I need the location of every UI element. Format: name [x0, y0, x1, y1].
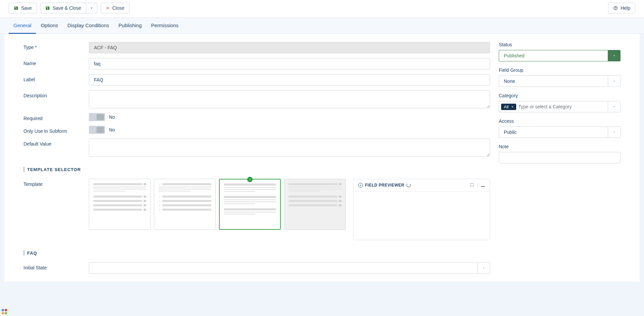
section-template-selector: TEMPLATE SELECTOR [23, 167, 490, 172]
initial-state-select[interactable] [89, 262, 477, 274]
section-faq: FAQ [23, 250, 490, 256]
minimize-icon[interactable] [481, 182, 485, 188]
save-icon [45, 6, 50, 10]
access-select[interactable]: Public [499, 126, 621, 138]
close-label: Close [112, 5, 124, 11]
label-input[interactable] [89, 74, 490, 86]
field-previewer: i FIELD PREVIEWER [353, 179, 490, 240]
previewer-title: FIELD PREVIEWER [365, 183, 405, 188]
access-caret[interactable] [608, 126, 621, 138]
expand-icon[interactable] [470, 182, 474, 188]
note-label: Note [499, 144, 621, 149]
name-label: Name [23, 58, 89, 66]
tab-options[interactable]: Options [36, 18, 63, 34]
close-button[interactable]: Close [101, 3, 129, 13]
tab-publishing[interactable]: Publishing [114, 18, 146, 34]
label-label: Label [23, 74, 89, 82]
tabs: General Options Display Conditions Publi… [0, 18, 644, 34]
tab-permissions[interactable]: Permissions [147, 18, 183, 34]
initial-state-caret[interactable] [477, 262, 490, 274]
section-template-selector-title: TEMPLATE SELECTOR [27, 167, 81, 172]
help-button[interactable]: Help [608, 3, 635, 13]
previewer-body [354, 192, 490, 240]
required-label: Required [23, 113, 89, 121]
save-label: Save [21, 5, 32, 11]
save-close-button[interactable]: Save & Close [40, 3, 86, 13]
template-option-2[interactable]: + + + + + [154, 179, 216, 230]
tag-remove-icon[interactable]: × [510, 105, 515, 109]
template-label: Template [23, 179, 89, 187]
only-subform-toggle[interactable] [89, 126, 105, 134]
field-group-caret[interactable] [608, 75, 621, 87]
toolbar: Save Save & Close Close Help [0, 0, 644, 18]
category-caret[interactable] [608, 101, 621, 112]
type-value: ACF - FAQ [89, 42, 490, 53]
access-value: Public [499, 126, 608, 138]
section-faq-title: FAQ [27, 251, 37, 256]
description-textarea[interactable] [89, 90, 490, 108]
default-value-label: Default Value [23, 139, 89, 147]
category-select[interactable]: All × Type or select a Category [499, 101, 621, 112]
close-icon [106, 6, 110, 10]
save-icon [14, 6, 18, 10]
template-option-1[interactable] [89, 179, 151, 230]
check-icon [247, 177, 253, 182]
only-subform-value: No [109, 127, 115, 133]
help-label: Help [621, 5, 630, 11]
only-subform-label: Only Use In Subform [23, 126, 89, 134]
status-select[interactable]: Published [499, 50, 621, 61]
svg-rect-0 [481, 186, 485, 187]
name-input[interactable] [89, 58, 490, 69]
reload-icon[interactable] [407, 183, 411, 187]
category-placeholder: Type or select a Category [518, 104, 572, 109]
field-group-value: None [499, 75, 608, 87]
tab-general[interactable]: General [9, 18, 36, 34]
status-label: Status [499, 42, 621, 47]
note-input[interactable] [499, 152, 621, 163]
save-close-label: Save & Close [53, 5, 81, 11]
default-value-textarea[interactable] [89, 139, 490, 157]
save-close-group: Save & Close [40, 3, 97, 13]
template-selector: + + + + + [89, 179, 346, 230]
category-tag[interactable]: All × [501, 104, 516, 110]
template-option-4[interactable] [284, 179, 346, 230]
chevron-down-icon [90, 6, 94, 10]
info-icon: i [358, 183, 363, 188]
tab-display-conditions[interactable]: Display Conditions [63, 18, 114, 34]
field-group-select[interactable]: None [499, 75, 621, 87]
template-option-3[interactable] [219, 179, 281, 230]
help-icon [613, 6, 618, 10]
field-group-label: Field Group [499, 67, 621, 73]
description-label: Description [23, 90, 89, 98]
category-label: Category [499, 93, 621, 98]
required-toggle[interactable] [89, 113, 105, 121]
required-value: No [109, 114, 115, 120]
status-caret[interactable] [608, 50, 621, 61]
save-button[interactable]: Save [9, 3, 37, 13]
type-label: Type * [23, 42, 89, 50]
initial-state-label: Initial State [23, 262, 89, 270]
status-value: Published [499, 50, 608, 61]
access-label: Access [499, 118, 621, 124]
save-dropdown-button[interactable] [86, 3, 97, 13]
